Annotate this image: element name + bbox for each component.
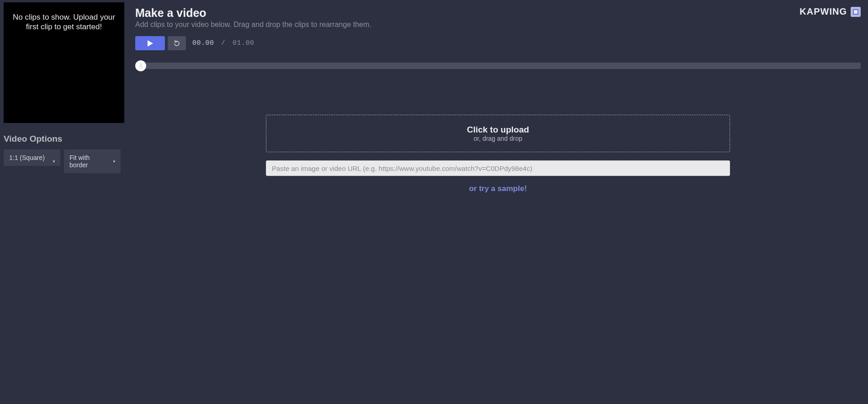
url-input[interactable] [266, 160, 730, 176]
sidebar: No clips to show. Upload your first clip… [0, 0, 128, 404]
svg-marker-2 [148, 40, 153, 47]
play-icon [148, 40, 153, 47]
play-button[interactable] [135, 36, 165, 50]
timeline-track[interactable] [135, 63, 861, 69]
fit-mode-select[interactable]: Fit with border [64, 149, 121, 173]
svg-rect-1 [854, 10, 857, 14]
upload-click-label: Click to upload [467, 125, 529, 135]
upload-dropzone[interactable]: Click to upload or, drag and drop [266, 115, 730, 152]
upload-drag-label: or, drag and drop [474, 135, 523, 142]
total-time: 01.00 [233, 39, 254, 47]
video-preview: No clips to show. Upload your first clip… [4, 2, 124, 123]
try-sample-link[interactable]: or try a sample! [469, 184, 527, 193]
video-options-title: Video Options [4, 134, 123, 144]
brand-logo-icon [851, 7, 861, 17]
restart-icon [173, 40, 180, 47]
preview-empty-message: No clips to show. Upload your first clip… [12, 12, 116, 32]
brand: KAPWING [799, 6, 861, 17]
page-title: Make a video [135, 6, 371, 20]
time-separator: / [221, 39, 226, 47]
upload-zone: Click to upload or, drag and drop or try… [266, 115, 730, 193]
page-subtitle: Add clips to your video below. Drag and … [135, 21, 371, 29]
restart-button[interactable] [168, 36, 186, 50]
brand-text: KAPWING [799, 6, 847, 17]
aspect-ratio-select[interactable]: 1:1 (Square) [4, 149, 60, 166]
video-options: Video Options 1:1 (Square) Fit with bord… [4, 132, 123, 173]
playback-time: 00.00 / 01.00 [192, 39, 254, 47]
timeline-handle[interactable] [135, 60, 146, 71]
main-content: Make a video Add clips to your video bel… [128, 0, 868, 404]
current-time: 00.00 [192, 39, 214, 47]
timeline[interactable] [135, 60, 861, 71]
playback-controls: 00.00 / 01.00 [135, 36, 861, 50]
